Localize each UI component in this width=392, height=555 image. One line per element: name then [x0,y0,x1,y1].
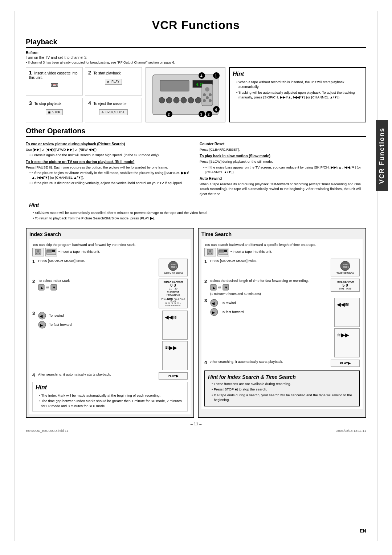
time-step-1-content: Press [SEARCH MODE] twice. [210,259,329,263]
playback-section: Playback Before: Turn on the TV and set … [26,38,366,122]
ops-subtitle-still-mode: To freeze the picture on TV screen durin… [26,160,192,164]
before-note: • If channel 3 has been already occupied… [26,61,366,64]
playback-title: Playback [26,38,366,48]
time-search-col: Time Search You can search backward and … [198,228,366,418]
other-ops-title: Other Operations [26,127,366,137]
svg-text:≋▶▶: ≋▶▶ [337,332,349,338]
ops-picture-search-cmd: Use [▶▶] or [◀◀]([F.FWD ▶▶] or [REW ◀◀])… [26,147,192,152]
ops-counter-reset-cmd: Press [CLEAR/C.RESET]. [200,147,366,152]
index-step-1: 1 Press [SEARCH MODE] once. SEARCH MODE [32,259,188,276]
playback-hint-bullet-1: When a tape without record tab is insert… [236,80,363,89]
ops-auto-rewind-text: When a tape reaches its end during playb… [200,182,366,196]
index-search-col: Index Search You can skip the program ba… [26,228,194,418]
time-step-2-text: Select the desired length of time for fa… [210,279,329,283]
svg-point-7 [181,97,187,103]
step-num-4: 4 [88,100,91,106]
ops-slow-mode-cmd: Press [SLOW] during playback or the stil… [200,159,366,164]
index-display-value: 0 3 [160,283,186,287]
index-step-4-text: After searching, it automatically starts… [38,372,157,376]
time-rewind-animation-icon: ◀◀≋ [336,300,358,309]
footer: E8A00UD_E8C00UD.indd 11 2006/08/18 13:11… [26,429,366,433]
index-mark-diagram: Pro.1 Pro.2 Pro.3 Pro.4 Pro.5 02 01 01 0… [160,297,186,307]
time-step-2-num: 2 [204,279,209,284]
svg-point-26 [209,93,212,96]
index-unit-icons: • Insert a tape into this unit. [32,248,188,256]
other-operations-section: Other Operations To cue or review pictur… [26,127,366,224]
svg-text:▶: ▶ [40,323,43,327]
index-step-4-content: After searching, it automatically starts… [38,372,157,376]
svg-point-8 [188,97,194,103]
before-text: Turn on the TV and set it to channel 3. [26,56,366,60]
svg-text:◀: ◀ [40,314,43,318]
index-step-4-diagram: PLAY▶ [159,372,188,380]
step-text-2: To start playback [93,71,121,75]
svg-point-53 [211,253,212,254]
time-fast-forward-animation-icon: ≋▶▶ [336,330,358,339]
other-ops-hint-bullet-1: Still/Slow mode will be automatically ca… [33,210,363,215]
time-step-2-diagram: TIME SEARCH 5 0 0:01– 9:59 [331,279,360,292]
index-step-4: 4 After searching, it automatically star… [32,372,188,380]
time-step-1-text: Press [SEARCH MODE] twice. [210,259,329,263]
time-step-3: 3 ◀ To rewind ▶ [204,298,360,357]
ops-subtitle-counter-reset: Counter Reset [200,142,366,146]
index-step-1-content: Press [SEARCH MODE] once. [38,259,157,263]
page-title: VCR Functions [26,19,366,32]
rewind-diagram: ◀◀≋ [162,311,188,340]
svg-text:SEARCH: SEARCH [343,263,350,266]
time-step-3-diagrams: ◀◀≋ ≋▶▶ [334,298,360,357]
index-step-2-num: 2 [32,279,37,284]
step-text-3: To stop playback [34,102,61,106]
svg-point-5 [166,97,172,103]
time-step-3-text: To rewind [221,301,236,305]
index-step-2-diagram: INDEX SEARCH 0 3 01 – 20 CURRENT PROGRAM… [159,279,188,308]
time-unit-icons: • Insert a tape into this unit. [204,248,360,256]
time-step-2: 2 Select the desired length of time for … [204,279,360,296]
index-step-1-diagram: SEARCH MODE INDEX SEARCH [159,259,188,276]
step-num-1: 1 [29,70,32,76]
svg-text:3: 3 [200,113,203,117]
step-text-4: To eject the cassette [93,102,126,106]
time-fast-forward-diagram: ≋▶▶ [334,328,360,357]
index-search-label-2: INDEX SEARCH [160,280,186,283]
svg-text:▲: ▲ [212,285,216,289]
svg-point-6 [173,97,179,103]
svg-text:2: 2 [208,113,210,117]
other-ops-hint-title: Hint [29,202,363,208]
index-hint-bullet-2: The time gap between Index Marks should … [39,398,184,408]
time-rewind-row: ◀ To rewind [210,299,333,307]
svg-text:SEARCH: SEARCH [171,263,178,266]
svg-point-4 [159,97,165,103]
search-row: Index Search You can skip the program ba… [26,228,366,418]
index-step-3-content: ◀ To rewind ▶ To fast forward [38,311,161,330]
remote-icon [34,249,42,255]
playback-hint-bullet-2: Tracking will be automatically adjusted … [236,90,363,100]
svg-rect-55 [219,250,224,252]
step-num-3: 3 [29,100,32,106]
svg-point-24 [205,87,209,92]
time-step-2-note: (1 minute~9 hours and 59 minutes) [210,292,329,296]
svg-text:◀◀≋: ◀◀≋ [337,301,349,307]
hint-for-search-bullet-3: If a tape ends during a search, your sea… [212,393,356,402]
hint-for-search-bullet-1: These functions are not available during… [212,381,356,386]
index-search-title: Index Search [29,231,191,237]
index-step-1-num: 1 [32,259,37,264]
up-arrow-button-icon-2: ▲ [210,284,217,291]
current-program-label: CURRENT PROGRAM [160,291,186,296]
ops-subtitle-picture-search: To cue or review picture during playback… [26,142,192,146]
rewind-animation-icon: ◀◀≋ [164,312,186,321]
hint-for-search-title: Hint for Index Search & Time Search [208,374,356,380]
ops-right-column: Counter Reset Press [CLEAR/C.RESET]. To … [200,140,366,197]
time-display-value: 5 0 [332,283,358,287]
index-search-label-1: INDEX SEARCH [160,272,186,275]
time-search-intro: You can search backward and forward a sp… [204,242,360,247]
playback-steps-grid: 1 Insert a video cassette into this unit… [26,67,142,122]
other-ops-hint: Hint Still/Slow mode will be automatical… [26,200,366,224]
index-step-1-text: Press [SEARCH MODE] once. [38,259,157,263]
search-mode-button-icon: SEARCH MODE [168,260,179,271]
ops-subtitle-slow-mode: To play back in slow motion (Slow mode) [200,154,366,158]
index-step-2-content: To select Index Mark ▲ or ▼ [38,279,157,291]
rewind-button-icon: ◀ [38,312,46,320]
svg-text:2: 2 [168,113,170,117]
step-num-2: 2 [88,70,91,76]
index-rewind-row: ◀ To rewind [38,312,161,320]
